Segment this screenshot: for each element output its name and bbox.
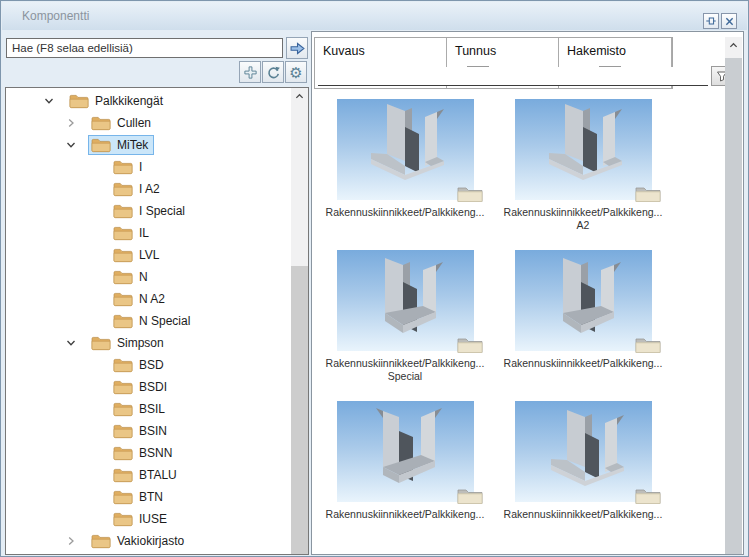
scroll-up-button[interactable] — [725, 37, 742, 54]
component-thumbnail[interactable] — [337, 99, 474, 200]
tree-item[interactable]: MiTek — [6, 134, 290, 156]
component-caption: Rakennuskiinnikkeet/Palkkikeng... — [504, 357, 663, 370]
component-item[interactable]: Rakennuskiinnikkeet/Palkkikeng... A2 — [494, 94, 672, 245]
tree-item[interactable]: BSIL — [6, 398, 290, 420]
folder-icon — [113, 203, 133, 219]
folder-icon — [113, 313, 133, 329]
component-thumbnail[interactable] — [515, 99, 652, 200]
component-caption: Rakennuskiinnikkeet/Palkkikeng... — [504, 206, 663, 219]
folder-icon — [113, 291, 133, 307]
component-item[interactable]: Rakennuskiinnikkeet/Palkkikeng... — [316, 94, 494, 245]
tree-item[interactable]: I A2 — [6, 178, 290, 200]
folder-icon — [113, 445, 133, 461]
chevron-icon — [88, 464, 110, 486]
folder-icon — [113, 225, 133, 241]
component-thumbnail[interactable] — [337, 401, 474, 502]
tree-item[interactable]: BSDI — [6, 376, 290, 398]
folder-overlay-icon — [456, 484, 484, 506]
tree-item[interactable]: I — [6, 156, 290, 178]
component-thumbnail[interactable] — [515, 250, 652, 351]
settings-button[interactable]: ⚙ — [285, 61, 307, 83]
filter-input-hakemisto[interactable] — [562, 67, 708, 86]
scroll-up-button[interactable] — [291, 88, 308, 105]
tree-item-label: BSIN — [139, 424, 167, 438]
tree-item-label: BSDI — [139, 380, 167, 394]
tree-item[interactable]: BTALU — [6, 464, 290, 486]
folder-icon — [113, 379, 133, 395]
component-item[interactable]: Rakennuskiinnikkeet/Palkkikeng... Specia… — [316, 245, 494, 396]
chevron-icon — [88, 310, 110, 332]
refresh-icon — [266, 65, 281, 80]
tree-item-label: Cullen — [117, 116, 151, 130]
chevron-up-icon — [295, 92, 304, 101]
tree-item[interactable]: Simpson — [6, 332, 290, 354]
tree-item-label: Simpson — [117, 336, 164, 350]
folder-icon — [113, 269, 133, 285]
chevron-icon — [88, 156, 110, 178]
search-input[interactable] — [6, 38, 283, 58]
tree-item[interactable]: IUSE — [6, 508, 290, 530]
tree-item[interactable]: BTN — [6, 486, 290, 508]
tree-item-label: IL — [139, 226, 149, 240]
scrollbar-thumb[interactable] — [291, 266, 308, 554]
close-icon — [724, 16, 735, 27]
list-scrollbar[interactable] — [725, 37, 742, 554]
folder-icon — [91, 115, 111, 131]
folder-icon — [113, 467, 133, 483]
tree-item[interactable]: BSNN — [6, 442, 290, 464]
chevron-icon — [88, 244, 110, 266]
component-item[interactable]: Rakennuskiinnikkeet/Palkkikeng... — [494, 245, 672, 396]
add-component-button[interactable] — [239, 61, 261, 83]
tree-item-label: I Special — [139, 204, 185, 218]
beam-shoe-3d-image — [515, 99, 652, 200]
folder-icon — [113, 357, 133, 373]
tree-item[interactable]: BSD — [6, 354, 290, 376]
tree-item[interactable]: Vakiokirjasto — [6, 530, 290, 552]
tree-item-label: LVL — [139, 248, 159, 262]
chevron-icon — [88, 420, 110, 442]
tree-item[interactable]: Palkkikengät — [6, 90, 290, 112]
folder-icon — [113, 159, 133, 175]
tree-item[interactable]: N A2 — [6, 288, 290, 310]
scrollbar-thumb[interactable] — [725, 58, 742, 554]
search-go-button[interactable] — [286, 37, 308, 59]
refresh-button[interactable] — [262, 61, 284, 83]
folder-icon — [91, 137, 111, 153]
close-button[interactable] — [721, 13, 737, 29]
column-label[interactable]: Kuvaus — [315, 38, 446, 58]
titlebar: Komponentti — [2, 2, 747, 30]
column-kuvaus: Kuvaus — [315, 38, 447, 88]
chevron-right-icon[interactable] — [66, 530, 88, 552]
component-caption-line2: Special — [388, 370, 422, 383]
column-hakemisto: Hakemisto — [559, 38, 672, 88]
chevron-right-icon[interactable] — [66, 112, 88, 134]
chevron-icon — [88, 508, 110, 530]
chevron-down-icon[interactable] — [66, 332, 88, 354]
pin-icon — [705, 15, 717, 27]
tree-item[interactable]: LVL — [6, 244, 290, 266]
tree-item[interactable]: BSIN — [6, 420, 290, 442]
chevron-icon — [88, 442, 110, 464]
component-thumbnail[interactable] — [515, 401, 652, 502]
component-item[interactable]: Rakennuskiinnikkeet/Palkkikeng... — [316, 396, 494, 547]
column-label[interactable]: Hakemisto — [559, 38, 671, 58]
tree-item-label: I — [139, 160, 142, 174]
tree-item[interactable]: Cullen — [6, 112, 290, 134]
tree-item[interactable]: N — [6, 266, 290, 288]
chevron-down-icon[interactable] — [66, 134, 88, 156]
tree-item[interactable]: I Special — [6, 200, 290, 222]
tree-scrollbar[interactable] — [291, 88, 308, 554]
filter-input-kuvaus[interactable] — [318, 67, 464, 86]
column-label[interactable]: Tunnus — [447, 38, 558, 58]
component-item[interactable]: Rakennuskiinnikkeet/Palkkikeng... — [494, 396, 672, 547]
pin-button[interactable] — [703, 13, 719, 29]
beam-shoe-3d-image — [337, 250, 474, 351]
component-thumbnail[interactable] — [337, 250, 474, 351]
tree-item-label: N A2 — [139, 292, 165, 306]
tree-item[interactable]: N Special — [6, 310, 290, 332]
chevron-down-icon[interactable] — [44, 90, 66, 112]
folder-icon — [91, 533, 111, 549]
tree-item-label: BTALU — [139, 468, 177, 482]
tree-item[interactable]: IL — [6, 222, 290, 244]
tree-item-label: BSD — [139, 358, 164, 372]
